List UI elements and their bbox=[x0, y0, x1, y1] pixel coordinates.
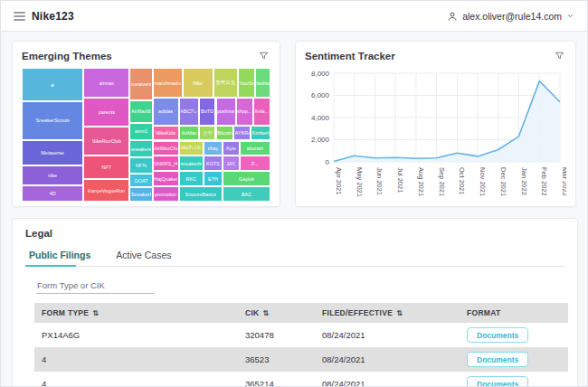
treemap-tile-label: adidas bbox=[158, 109, 173, 114]
svg-text:Apr 2021: Apr 2021 bbox=[335, 167, 343, 194]
treemap-tile[interactable]: metaverse bbox=[129, 68, 152, 100]
treemap-tile[interactable]: ABC7니트 bbox=[179, 98, 199, 125]
treemap-tile[interactable]: marchmadness bbox=[153, 68, 183, 98]
treemap-tile[interactable]: sbc7니트 bbox=[179, 141, 204, 156]
form-type-cell: PX14A6G bbox=[34, 323, 238, 347]
treemap-tile-label: BoTD bbox=[201, 109, 213, 114]
filed-cell: 08/24/2021 bbox=[315, 372, 460, 387]
treemap-tile[interactable]: Bitcoin bbox=[216, 126, 234, 141]
treemap-tile[interactable]: 긴부 bbox=[199, 126, 215, 141]
treemap-tile[interactable]: Metaverse bbox=[22, 140, 83, 165]
treemap-tile-label: SneakerScouts bbox=[35, 118, 69, 123]
treemap-tile[interactable]: NFT bbox=[83, 156, 129, 179]
treemap-tile[interactable]: NikeKids bbox=[153, 126, 179, 141]
svg-text:Dec 2021: Dec 2021 bbox=[499, 167, 507, 196]
treemap-tile[interactable]: AirMaxChallenge bbox=[153, 141, 179, 156]
treemap-tile-label: parents bbox=[99, 109, 115, 115]
treemap-tile[interactable]: sneakers bbox=[129, 140, 152, 157]
treemap-tile-label: AYKRAS bbox=[235, 130, 250, 136]
treemap-tile-label: KanyeVogueRun bbox=[88, 188, 125, 194]
treemap-tile[interactable]: Kyle bbox=[223, 141, 240, 156]
treemap-tile[interactable]: airmax bbox=[83, 68, 129, 98]
treemap-tile[interactable]: AYKRAS bbox=[233, 126, 251, 141]
treemap-tile[interactable]: JAY, bbox=[223, 156, 240, 171]
svg-text:May 2021: May 2021 bbox=[356, 167, 364, 197]
treemap-tile[interactable]: SNKRS_HJ_KI bbox=[153, 156, 179, 171]
column-header-cik[interactable]: CIK⇅ bbox=[238, 303, 315, 323]
column-header-filed-effective[interactable]: FILED/EFFECTIVE⇅ bbox=[315, 303, 460, 323]
format-cell: Documents bbox=[460, 372, 568, 387]
treemap-tile[interactable]: NFTs bbox=[129, 157, 152, 174]
treemap-tile[interactable]: Gayleb bbox=[223, 171, 270, 186]
treemap-tile[interactable]: Nike bbox=[183, 68, 213, 98]
treemap-tile[interactable]: Kimberly bbox=[251, 126, 270, 141]
treemap-tile-label: metaverse bbox=[131, 81, 151, 87]
treemap-tile[interactable]: shop... bbox=[236, 98, 253, 125]
treemap-tile[interactable]: wmn1 bbox=[129, 123, 152, 140]
treemap-tile-label: 4D bbox=[50, 191, 56, 196]
legal-title: Legal bbox=[25, 228, 564, 239]
treemap-tile-label: Nike bbox=[193, 80, 203, 86]
treemap-tile[interactable]: 4D bbox=[22, 185, 83, 202]
treemap-tile[interactable]: Kela... bbox=[253, 98, 270, 125]
treemap-tile[interactable]: HajQuakes bbox=[153, 171, 179, 186]
legal-tab-public-filings[interactable]: Public Filings bbox=[25, 246, 107, 266]
treemap-tile[interactable]: SnoozeBasics bbox=[179, 186, 223, 202]
treemap-tile[interactable]: fashion bbox=[255, 68, 270, 98]
treemap-tile[interactable]: adidas bbox=[153, 98, 179, 125]
treemap-tile-label: ABC7니트 bbox=[180, 109, 197, 115]
column-header-form-type[interactable]: FORM TYPE⇅ bbox=[34, 303, 238, 323]
treemap-tile-label: RKC bbox=[185, 176, 196, 182]
sort-icon[interactable]: ⇅ bbox=[92, 309, 99, 317]
treemap-tile[interactable]: 행복의집 bbox=[213, 68, 238, 98]
treemap-tile-label: ETH bbox=[208, 176, 218, 182]
treemap-tile[interactable]: SneakerScouts bbox=[22, 101, 83, 140]
treemap-tile[interactable]: ETH bbox=[204, 171, 223, 186]
treemap-tile[interactable]: SneakerFreaker bbox=[129, 187, 152, 202]
treemap-tile-label: 긴부 bbox=[203, 130, 213, 137]
treemap-tile[interactable]: NikeRunClub bbox=[83, 127, 129, 156]
treemap-tile[interactable]: promotion bbox=[153, 186, 179, 202]
treemap-tile[interactable]: ebay bbox=[204, 141, 223, 156]
treemap-tile[interactable]: parents bbox=[83, 98, 129, 127]
treemap-tile[interactable]: BAC bbox=[223, 186, 270, 202]
table-row: 43652308/24/2021Documents bbox=[34, 347, 568, 372]
treemap-tile[interactable]: RKC bbox=[179, 171, 204, 186]
treemap-tile[interactable]: YourSn... bbox=[238, 68, 255, 98]
filing-search-input[interactable] bbox=[36, 278, 154, 294]
treemap-tile-label: abonart bbox=[247, 146, 264, 151]
treemap-tile[interactable]: poshmark bbox=[216, 98, 236, 125]
legal-panel: Legal Public FilingsActive Cases FORM TY… bbox=[12, 218, 578, 387]
treemap-tile[interactable]: ai bbox=[22, 68, 83, 101]
treemap-tile[interactable]: abonart bbox=[240, 141, 270, 156]
sort-icon[interactable]: ⇅ bbox=[263, 309, 270, 317]
treemap-tile-label: NikeKids bbox=[156, 130, 175, 136]
column-header-format: FORMAT bbox=[460, 303, 568, 323]
documents-button[interactable]: Documents bbox=[467, 327, 528, 343]
emerging-themes-filter-button[interactable] bbox=[257, 49, 270, 62]
sentiment-line-chart: 02,0004,0006,0008,000Apr 2021May 2021Jun… bbox=[305, 68, 566, 203]
treemap-tile[interactable]: GOAT bbox=[129, 174, 152, 187]
treemap-tile[interactable]: BoTD bbox=[199, 98, 216, 125]
treemap-tile-label: JAY, bbox=[226, 161, 236, 166]
account-menu[interactable]: alex.oliver@rule14.com bbox=[447, 11, 574, 22]
treemap-tile[interactable]: AirMax90 bbox=[129, 100, 152, 123]
treemap-tile[interactable]: AirMax bbox=[179, 126, 200, 141]
treemap-tile[interactable]: KanyeVogueRun bbox=[83, 179, 129, 202]
documents-button[interactable]: Documents bbox=[467, 352, 528, 367]
menu-icon[interactable] bbox=[14, 12, 25, 21]
treemap-tile[interactable]: F... bbox=[240, 156, 270, 171]
treemap-tile-label: sbc7니트 bbox=[181, 145, 202, 151]
treemap-tile[interactable]: nike bbox=[22, 165, 83, 185]
sort-icon[interactable]: ⇅ bbox=[396, 309, 403, 317]
treemap-tile[interactable]: KOTS bbox=[204, 156, 223, 171]
sentiment-tracker-filter-button[interactable] bbox=[553, 49, 566, 62]
treemap-tile[interactable]: sneakerhead bbox=[179, 156, 204, 171]
form-type-cell: 4 bbox=[34, 372, 238, 387]
documents-button[interactable]: Documents bbox=[467, 376, 528, 387]
main-content: Emerging Themes aiSneakerScoutsMetaverse… bbox=[1, 32, 587, 387]
svg-text:Mar 2022: Mar 2022 bbox=[561, 167, 566, 196]
filed-cell: 08/24/2021 bbox=[315, 347, 460, 372]
legal-tabbar: Public FilingsActive Cases bbox=[25, 246, 564, 267]
legal-tab-active-cases[interactable]: Active Cases bbox=[112, 246, 194, 266]
